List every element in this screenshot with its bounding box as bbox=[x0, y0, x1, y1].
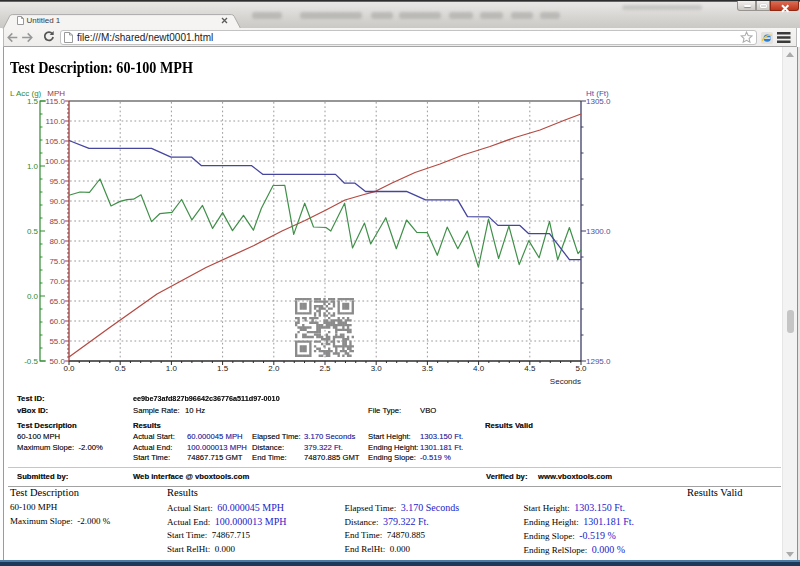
svg-text:85.0: 85.0 bbox=[49, 217, 65, 226]
svg-text:0.5: 0.5 bbox=[115, 364, 127, 373]
svg-text:115.0: 115.0 bbox=[46, 97, 66, 106]
svg-text:100.0: 100.0 bbox=[45, 157, 66, 166]
svg-text:65.0: 65.0 bbox=[49, 297, 65, 306]
svg-text:70.0: 70.0 bbox=[49, 277, 65, 286]
svg-text:5.0: 5.0 bbox=[575, 364, 587, 373]
svg-text:3.0: 3.0 bbox=[371, 364, 383, 373]
svg-text:75.0: 75.0 bbox=[49, 257, 65, 266]
svg-text:1.5: 1.5 bbox=[217, 364, 229, 373]
svg-text:1295.0: 1295.0 bbox=[586, 357, 611, 366]
svg-text:60.0: 60.0 bbox=[49, 317, 65, 326]
svg-text:0.5: 0.5 bbox=[27, 227, 39, 236]
svg-text:Seconds: Seconds bbox=[550, 377, 581, 386]
svg-text:2.5: 2.5 bbox=[319, 364, 331, 373]
svg-text:1305.0: 1305.0 bbox=[586, 97, 611, 106]
svg-text:1.0: 1.0 bbox=[27, 162, 39, 171]
svg-text:4.0: 4.0 bbox=[473, 364, 485, 373]
svg-text:1300.0: 1300.0 bbox=[586, 227, 611, 236]
svg-text:-0.5: -0.5 bbox=[24, 357, 38, 366]
svg-text:4.5: 4.5 bbox=[524, 364, 536, 373]
svg-text:2.0: 2.0 bbox=[268, 364, 280, 373]
svg-text:1.0: 1.0 bbox=[166, 364, 178, 373]
svg-text:1.5: 1.5 bbox=[27, 97, 39, 106]
svg-text:110.0: 110.0 bbox=[46, 117, 66, 126]
svg-text:95.0: 95.0 bbox=[49, 177, 65, 186]
svg-text:55.0: 55.0 bbox=[49, 337, 65, 346]
svg-text:90.0: 90.0 bbox=[49, 197, 65, 206]
svg-text:0.0: 0.0 bbox=[63, 364, 75, 373]
svg-text:3.5: 3.5 bbox=[422, 364, 434, 373]
svg-text:0.0: 0.0 bbox=[27, 292, 39, 301]
svg-text:80.0: 80.0 bbox=[49, 237, 65, 246]
svg-text:105.0: 105.0 bbox=[45, 137, 66, 146]
